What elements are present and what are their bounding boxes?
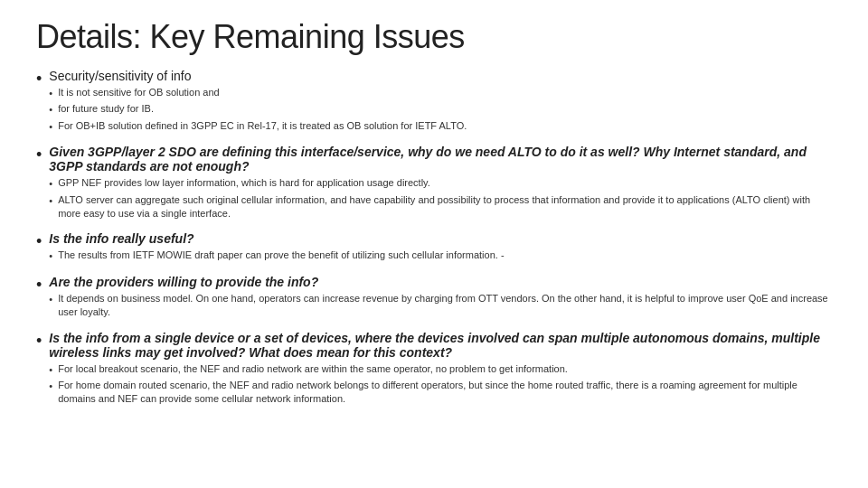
sub-item-text: For OB+IB solution defined in 3GPP EC in… xyxy=(58,119,467,133)
sub-bullet: • xyxy=(49,293,52,306)
section-label: Is the info from a single device or a se… xyxy=(49,331,832,360)
page-title: Details: Key Remaining Issues xyxy=(36,18,832,56)
main-bullet: • xyxy=(36,232,42,251)
sub-bullet: • xyxy=(49,120,52,134)
sub-list-providers: •It depends on business model. On one ha… xyxy=(49,292,832,320)
sub-list-security: •It is not sensitive for OB solution and… xyxy=(49,86,832,134)
sub-bullet: • xyxy=(49,380,52,393)
sub-list-useful: •The results from IETF MOWIE draft paper… xyxy=(49,249,832,263)
sub-item: •For home domain routed scenario, the NE… xyxy=(49,379,832,407)
sub-item-text: For home domain routed scenario, the NEF… xyxy=(58,379,832,407)
section-providers: •Are the providers willing to provide th… xyxy=(36,275,832,322)
sub-item: •The results from IETF MOWIE draft paper… xyxy=(49,249,832,263)
sub-item-text: For local breakout scenario, the NEF and… xyxy=(58,362,568,376)
section-label: Is the info really useful? xyxy=(49,231,832,246)
main-bullet: • xyxy=(36,332,42,351)
sub-item-text: It is not sensitive for OB solution and xyxy=(58,86,220,99)
sub-item: •It depends on business model. On one ha… xyxy=(49,292,832,320)
sub-bullet: • xyxy=(49,194,52,208)
section-security: •Security/sensitivity of info•It is not … xyxy=(36,69,832,136)
main-bullet: • xyxy=(36,276,42,295)
sub-item: •For OB+IB solution defined in 3GPP EC i… xyxy=(49,119,832,134)
sub-item-text: ALTO server can aggregate such original … xyxy=(58,193,832,221)
section-label: Are the providers willing to provide the… xyxy=(49,275,832,289)
section-label: Security/sensitivity of info xyxy=(49,69,832,83)
sub-item-text: GPP NEF provides low layer information, … xyxy=(58,176,430,190)
sub-list-single-device: •For local breakout scenario, the NEF an… xyxy=(49,362,832,407)
sub-list-3gpp: •GPP NEF provides low layer information,… xyxy=(49,176,832,221)
sub-item: •For local breakout scenario, the NEF an… xyxy=(49,362,832,377)
sub-item: •ALTO server can aggregate such original… xyxy=(49,193,832,221)
sub-bullet: • xyxy=(49,363,52,377)
sub-item: •for future study for IB. xyxy=(49,102,832,117)
sub-item: •It is not sensitive for OB solution and xyxy=(49,86,832,100)
main-bullet: • xyxy=(36,70,42,89)
sub-bullet: • xyxy=(49,103,52,117)
sub-bullet: • xyxy=(49,249,52,263)
section-single-device: •Is the info from a single device or a s… xyxy=(36,331,832,408)
section-3gpp: •Given 3GPP/layer 2 SDO are defining thi… xyxy=(36,145,832,222)
sub-bullet: • xyxy=(49,87,52,100)
sub-item-text: The results from IETF MOWIE draft paper … xyxy=(58,249,504,262)
sub-item-text: It depends on business model. On one han… xyxy=(58,292,832,320)
sub-item-text: for future study for IB. xyxy=(58,102,154,116)
section-useful: •Is the info really useful?•The results … xyxy=(36,231,832,265)
sub-item: •GPP NEF provides low layer information,… xyxy=(49,176,832,191)
main-bullet: • xyxy=(36,145,42,164)
section-label: Given 3GPP/layer 2 SDO are defining this… xyxy=(49,145,832,174)
main-list: •Security/sensitivity of info•It is not … xyxy=(36,69,832,408)
sub-bullet: • xyxy=(49,177,52,191)
